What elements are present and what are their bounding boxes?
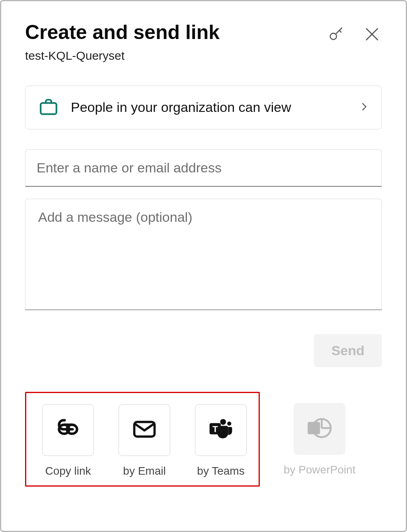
teams-icon: T [207,416,234,444]
chevron-right-icon [358,101,370,114]
copy-link-button[interactable] [42,404,94,456]
svg-rect-3 [41,103,56,114]
title-block: Create and send link test-KQL-Queryset [25,21,326,63]
close-button[interactable] [362,24,382,45]
teams-label: by Teams [197,465,244,477]
permissions-key-button[interactable] [326,24,346,45]
key-icon [328,26,345,44]
svg-point-8 [227,421,231,425]
share-options-row: Copy link by Email [25,392,382,487]
header-actions [326,24,382,45]
message-input[interactable] [25,199,382,310]
svg-point-7 [220,419,226,425]
permission-text: People in your organization can view [71,98,347,117]
dialog-title: Create and send link [25,21,326,44]
teams-button[interactable]: T [195,404,247,456]
send-row: Send [25,334,382,367]
copy-link-label: Copy link [45,465,91,477]
svg-text:T: T [212,424,218,434]
email-option[interactable]: by Email [119,404,170,477]
svg-text:P: P [311,422,317,433]
teams-option[interactable]: T by Teams [195,404,247,477]
briefcase-icon [37,96,60,119]
copy-link-option[interactable]: Copy link [42,404,94,477]
permission-settings-row[interactable]: People in your organization can view [25,86,382,129]
recipient-input[interactable] [25,149,382,187]
email-label: by Email [123,465,166,477]
close-icon [364,26,380,44]
powerpoint-option[interactable]: P by PowerPoint [284,392,356,476]
share-dialog: Create and send link test-KQL-Queryset [0,0,407,532]
dialog-header: Create and send link test-KQL-Queryset [25,21,382,63]
email-button[interactable] [119,404,170,456]
send-button[interactable]: Send [314,334,382,367]
item-name: test-KQL-Queryset [25,49,326,63]
highlighted-share-options: Copy link by Email [25,392,260,487]
powerpoint-button[interactable]: P [294,403,345,455]
powerpoint-icon: P [306,415,333,443]
powerpoint-label: by PowerPoint [284,464,356,476]
mail-icon [131,416,158,444]
link-icon [55,416,82,444]
